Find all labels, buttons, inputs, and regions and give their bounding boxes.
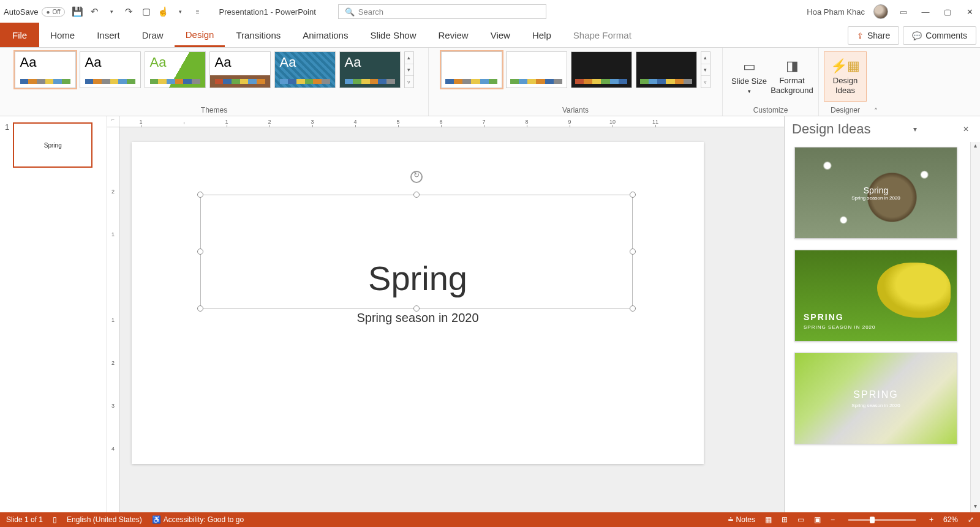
design-idea-item[interactable]: Spring Spring season in 2020 bbox=[794, 147, 957, 239]
notes-button[interactable]: ≐ Notes bbox=[728, 515, 755, 524]
design-idea-item[interactable]: SPRING Spring season in 2020 bbox=[794, 353, 957, 444]
tab-home[interactable]: Home bbox=[39, 25, 86, 47]
ribbon-tabs: File Home Insert Draw Design Transitions… bbox=[0, 23, 980, 48]
user-name[interactable]: Hoa Pham Khac bbox=[807, 7, 865, 17]
ruler-horizontal: 11234567891011 bbox=[119, 116, 784, 127]
resize-handle[interactable] bbox=[197, 249, 203, 255]
format-background-icon: ◨ bbox=[786, 58, 799, 74]
comments-button[interactable]: 💬Comments bbox=[903, 26, 976, 45]
rotate-handle[interactable] bbox=[410, 171, 423, 183]
autosave-label: AutoSave bbox=[4, 7, 38, 17]
status-bar: Slide 1 of 1 ▯ English (United States) ♿… bbox=[0, 512, 980, 527]
tab-view[interactable]: View bbox=[480, 25, 521, 47]
chevron-down-icon: ▾ bbox=[701, 64, 710, 77]
themes-gallery-scroll[interactable]: ▴▾▿ bbox=[404, 51, 414, 88]
variants-gallery-scroll[interactable]: ▴▾▿ bbox=[701, 51, 710, 88]
chevron-up-icon: ▴ bbox=[405, 52, 413, 64]
chevron-down-icon[interactable]: ▾ bbox=[175, 6, 186, 17]
slide-thumbnail[interactable]: Spring bbox=[13, 122, 92, 168]
pane-close-icon[interactable]: ✕ bbox=[959, 125, 973, 133]
theme-item[interactable]: Aa bbox=[339, 51, 401, 88]
resize-handle[interactable] bbox=[630, 249, 636, 255]
accessibility-button[interactable]: ♿ Accessibility: Good to go bbox=[152, 515, 244, 524]
search-icon: 🔍 bbox=[345, 7, 355, 17]
slide-counter[interactable]: Slide 1 of 1 bbox=[6, 515, 43, 524]
autosave-toggle[interactable]: ● Off bbox=[42, 7, 64, 17]
ribbon: Aa Aa Aa Aa Aa Aa ▴▾▿ Themes ▴▾▿ Variant… bbox=[0, 48, 980, 116]
slide-title-text[interactable]: Spring bbox=[132, 258, 704, 298]
comment-icon: 💬 bbox=[912, 31, 922, 40]
design-ideas-icon: ⚡▦ bbox=[831, 58, 860, 74]
work-area: 1 Spring ⌐ 11234567891011 211234 Spring … bbox=[0, 116, 980, 512]
language-button[interactable]: English (United States) bbox=[67, 515, 142, 524]
slide-canvas[interactable]: Spring Spring season in 2020 bbox=[132, 142, 704, 464]
expand-icon: ▿ bbox=[405, 76, 413, 88]
tab-insert[interactable]: Insert bbox=[86, 25, 131, 47]
theme-item[interactable]: Aa bbox=[145, 51, 206, 88]
slideshow-view-icon[interactable]: ▣ bbox=[814, 515, 821, 524]
slide-thumbnails-panel: 1 Spring bbox=[0, 116, 107, 512]
ribbon-display-icon[interactable]: ▭ bbox=[897, 7, 910, 17]
fit-to-window-icon[interactable]: ⤢ bbox=[968, 515, 974, 524]
variant-item[interactable] bbox=[506, 51, 567, 88]
format-background-button[interactable]: ◨Format Background bbox=[771, 51, 813, 102]
tab-design[interactable]: Design bbox=[175, 24, 225, 47]
design-idea-item[interactable]: SPRINGSPRING SEASON IN 2020 bbox=[794, 250, 957, 342]
collapse-ribbon-icon[interactable]: ˄ bbox=[872, 107, 884, 116]
design-ideas-button[interactable]: ⚡▦Design Ideas bbox=[824, 51, 867, 102]
slide-size-icon: ▭ bbox=[743, 59, 756, 75]
search-input[interactable]: 🔍 Search bbox=[338, 4, 546, 19]
zoom-level[interactable]: 62% bbox=[943, 515, 958, 524]
tab-animations[interactable]: Animations bbox=[292, 25, 359, 47]
touch-icon[interactable]: ☝ bbox=[158, 6, 169, 17]
undo-icon[interactable]: ↶ bbox=[89, 6, 100, 17]
resize-handle[interactable] bbox=[197, 192, 203, 198]
theme-office[interactable]: Aa bbox=[15, 51, 76, 88]
tab-file[interactable]: File bbox=[0, 23, 39, 47]
theme-item[interactable]: Aa bbox=[80, 51, 141, 88]
share-button[interactable]: ⇪Share bbox=[848, 26, 899, 45]
normal-view-icon[interactable]: ▦ bbox=[765, 515, 772, 524]
ruler-corner: ⌐ bbox=[107, 116, 119, 127]
tab-review[interactable]: Review bbox=[427, 25, 479, 47]
minimize-icon[interactable]: — bbox=[919, 7, 932, 17]
tab-draw[interactable]: Draw bbox=[131, 25, 175, 47]
save-icon[interactable]: 💾 bbox=[72, 6, 83, 17]
tab-transitions[interactable]: Transitions bbox=[225, 25, 292, 47]
canvas-area[interactable]: ⌐ 11234567891011 211234 Spring Spring se… bbox=[107, 116, 784, 512]
expand-icon: ▿ bbox=[701, 76, 710, 88]
close-icon[interactable]: ✕ bbox=[963, 7, 976, 17]
pane-dropdown-icon[interactable]: ▾ bbox=[910, 125, 921, 133]
zoom-slider[interactable] bbox=[848, 519, 916, 521]
chevron-down-icon[interactable]: ▾ bbox=[107, 6, 118, 17]
document-title: Presentation1 - PowerPoint bbox=[219, 7, 316, 17]
slide-size-button[interactable]: ▭Slide Size▾ bbox=[728, 51, 771, 102]
theme-item[interactable]: Aa bbox=[209, 51, 271, 88]
title-bar: AutoSave ● Off 💾 ↶ ▾ ↷ ▢ ☝ ▾ ≡ Presentat… bbox=[0, 0, 980, 23]
theme-item[interactable]: Aa bbox=[274, 51, 336, 88]
tab-help[interactable]: Help bbox=[521, 25, 562, 47]
tab-slideshow[interactable]: Slide Show bbox=[359, 25, 427, 47]
zoom-out-icon[interactable]: − bbox=[831, 515, 835, 524]
avatar[interactable] bbox=[873, 4, 888, 19]
spell-check-icon[interactable]: ▯ bbox=[53, 515, 57, 524]
slide-sorter-icon[interactable]: ⊞ bbox=[782, 515, 788, 524]
variant-item[interactable] bbox=[571, 51, 632, 88]
pane-scrollbar[interactable]: ▴ ▾ bbox=[970, 142, 980, 512]
chevron-down-icon: ▾ bbox=[405, 64, 413, 77]
variant-item[interactable] bbox=[636, 51, 697, 88]
slide-subtitle-text[interactable]: Spring season in 2020 bbox=[132, 311, 704, 325]
zoom-in-icon[interactable]: + bbox=[929, 515, 933, 524]
chevron-up-icon: ▴ bbox=[971, 142, 980, 152]
customize-qat-icon[interactable]: ≡ bbox=[192, 6, 203, 17]
redo-icon[interactable]: ↷ bbox=[124, 6, 135, 17]
resize-handle[interactable] bbox=[630, 192, 636, 198]
present-icon[interactable]: ▢ bbox=[141, 6, 152, 17]
chevron-down-icon: ▾ bbox=[971, 503, 980, 512]
slide-number: 1 bbox=[5, 122, 9, 168]
reading-view-icon[interactable]: ▭ bbox=[797, 515, 804, 524]
tab-shape-format[interactable]: Shape Format bbox=[562, 25, 643, 47]
resize-handle[interactable] bbox=[413, 192, 420, 198]
maximize-icon[interactable]: ▢ bbox=[941, 7, 954, 17]
variant-item[interactable] bbox=[441, 51, 502, 88]
